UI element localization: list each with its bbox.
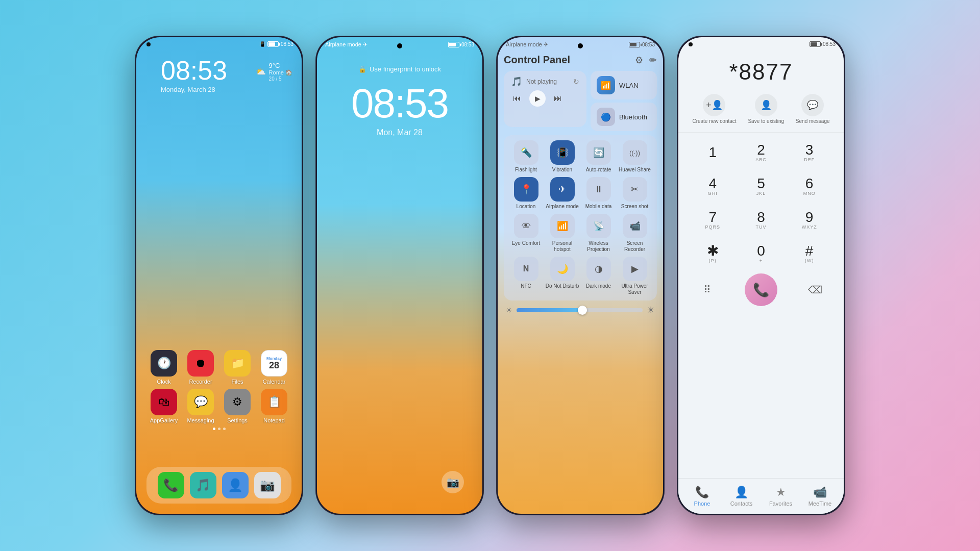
- create-contact-action[interactable]: +👤 Create new contact: [692, 94, 736, 124]
- app-clock[interactable]: 🕐 Clock: [148, 350, 180, 385]
- key-2[interactable]: 2 ABC: [743, 137, 779, 168]
- wlan-button[interactable]: 📶 WLAN: [591, 71, 657, 99]
- nfc-label: NFC: [521, 283, 531, 289]
- toggle-nfc[interactable]: N NFC: [509, 257, 544, 295]
- nav-meetime[interactable]: 📹 MeeTime: [802, 486, 838, 507]
- toggle-vibration[interactable]: 📳 Vibration: [545, 140, 580, 173]
- toggle-autorotate[interactable]: 🔄 Auto-rotate: [581, 140, 616, 173]
- calendar-label: Calendar: [263, 379, 286, 385]
- app-recorder[interactable]: ⏺ Recorder: [184, 350, 217, 385]
- key-1[interactable]: 1: [694, 137, 731, 168]
- app-notepad[interactable]: 📋 Notepad: [258, 389, 290, 423]
- play-btn[interactable]: ▶: [529, 90, 546, 107]
- autorotate-icon: 🔄: [586, 140, 611, 165]
- key-6[interactable]: 6 MNO: [791, 170, 828, 202]
- app-files[interactable]: 📁 Files: [221, 350, 254, 385]
- fingerprint-text: Use fingerprint to unlock: [370, 65, 441, 73]
- toggle-airplane[interactable]: ✈ Airplane mode: [545, 177, 580, 210]
- app-calendar[interactable]: Monday 28 Calendar: [258, 350, 290, 385]
- toggle-ultra-power[interactable]: ▶ Ultra Power Saver: [618, 257, 652, 295]
- dock-camera[interactable]: 📷: [254, 472, 281, 498]
- bluetooth-button[interactable]: 🔵 Bluetooth: [591, 103, 657, 131]
- toggle-mobile-data[interactable]: ⏸ Mobile data: [581, 177, 616, 210]
- autorotate-label: Auto-rotate: [586, 167, 611, 173]
- toggle-dark-mode[interactable]: ◑ Dark mode: [581, 257, 616, 295]
- brightness-track: [517, 308, 643, 312]
- key-0[interactable]: 0 +: [743, 238, 779, 269]
- mobile-data-label: Mobile data: [585, 204, 612, 210]
- app-messaging[interactable]: 💬 Messaging: [184, 389, 217, 423]
- delete-btn[interactable]: ⌫: [797, 274, 834, 306]
- brightness-fill: [517, 308, 586, 312]
- toggle-hotspot[interactable]: 📶 Personal hotspot: [545, 214, 580, 253]
- status-bar-phone1: 📳 08:53: [136, 37, 302, 49]
- nav-contacts[interactable]: 👤 Contacts: [724, 486, 760, 507]
- app-gallery[interactable]: 🛍 AppGallery: [148, 389, 180, 423]
- brightness-slider[interactable]: ☀ ☀: [504, 305, 657, 316]
- toggle-location[interactable]: 📍 Location: [509, 177, 544, 210]
- dock-phone[interactable]: 📞: [158, 472, 184, 498]
- settings-icon: ⚙: [224, 389, 251, 415]
- save-contact-icon: 👤: [755, 94, 777, 116]
- airplane-label: Airplane mode ✈: [325, 41, 368, 48]
- nfc-icon: N: [514, 257, 538, 281]
- status-right: 08:53: [810, 41, 836, 47]
- call-button[interactable]: 📞: [745, 273, 777, 306]
- camera-shortcut[interactable]: 📷: [442, 471, 464, 493]
- eye-comfort-label: Eye Comfort: [512, 240, 541, 246]
- toggle-flashlight[interactable]: 🔦 Flashlight: [509, 140, 544, 173]
- app-grid: 🕐 Clock ⏺ Recorder 📁 Files Monday: [136, 350, 302, 432]
- toggles-grid: 🔦 Flashlight 📳 Vibration 🔄 Auto-rotate: [504, 135, 657, 300]
- next-btn[interactable]: ⏭: [554, 94, 562, 103]
- grid-btn[interactable]: ⠿: [689, 274, 725, 306]
- toggle-huawei-share[interactable]: ((·)) Huawei Share: [618, 140, 652, 173]
- vibrate-icon: 📳: [259, 41, 265, 47]
- fingerprint-notice: 🔒 Use fingerprint to unlock: [358, 65, 441, 73]
- key-5[interactable]: 5 JKL: [743, 170, 779, 202]
- status-time: 08:53: [461, 42, 474, 47]
- dock-music[interactable]: 🎵: [190, 472, 216, 498]
- recorder-icon: ⏺: [187, 350, 214, 377]
- nav-favorites[interactable]: ★ Favorites: [763, 486, 799, 507]
- key-hash[interactable]: # (W): [791, 238, 828, 269]
- dialer-actions: +👤 Create new contact 👤 Save to existing…: [678, 90, 844, 133]
- toggle-screen-rec[interactable]: 📹 Screen Recorder: [618, 214, 652, 253]
- wireless-proj-label: Wireless Projection: [581, 240, 616, 253]
- app-settings[interactable]: ⚙ Settings: [221, 389, 254, 423]
- dnd-icon: 🌙: [550, 257, 575, 281]
- create-contact-label: Create new contact: [692, 118, 736, 124]
- home-date: Monday, March 28: [149, 84, 289, 93]
- toggle-dnd[interactable]: 🌙 Do Not Disturb: [545, 257, 580, 295]
- battery: [448, 42, 459, 47]
- dialer-nav: 📞 Phone 👤 Contacts ★ Favorites 📹 MeeTime: [678, 478, 844, 514]
- key-8[interactable]: 8 TUV: [743, 204, 779, 236]
- key-4[interactable]: 4 GHI: [694, 170, 731, 202]
- toggle-wireless-proj[interactable]: 📡 Wireless Projection: [581, 214, 616, 253]
- edit-icon[interactable]: ✏: [649, 55, 657, 66]
- nav-phone[interactable]: 📞 Phone: [684, 486, 720, 507]
- toggle-eye-comfort[interactable]: 👁 Eye Comfort: [509, 214, 544, 253]
- lock-icon: 🔒: [358, 65, 366, 73]
- prev-btn[interactable]: ⏮: [513, 94, 521, 103]
- key-7[interactable]: 7 PQRS: [694, 204, 731, 236]
- location-icon: 📍: [514, 177, 538, 202]
- send-message-action[interactable]: 💬 Send message: [796, 94, 830, 124]
- clock-icon: 🕐: [151, 350, 177, 377]
- media-card: 🎵 Not playing ↻ ⏮ ▶ ⏭: [504, 71, 586, 127]
- hotspot-icon: 📶: [550, 214, 575, 238]
- meetime-nav-label: MeeTime: [808, 500, 831, 507]
- toggle-screenshot[interactable]: ✂ Screen shot: [618, 177, 652, 210]
- key-9[interactable]: 9 WXYZ: [791, 204, 828, 236]
- key-star[interactable]: ✱ (P): [694, 238, 731, 269]
- eye-comfort-icon: 👁: [514, 214, 538, 238]
- page-dot-2: [218, 428, 220, 430]
- key-3[interactable]: 3 DEF: [791, 137, 828, 168]
- vibration-icon: 📳: [550, 140, 575, 165]
- settings-icon[interactable]: ⚙: [635, 55, 643, 66]
- meetime-nav-icon: 📹: [813, 486, 827, 499]
- dial-pad: 1 2 ABC 3 DEF 4 GHI: [678, 133, 844, 314]
- save-existing-action[interactable]: 👤 Save to existing: [748, 94, 784, 124]
- dock-contacts[interactable]: 👤: [222, 472, 249, 498]
- dark-mode-icon: ◑: [586, 257, 611, 281]
- cp-title: Control Panel: [504, 54, 570, 66]
